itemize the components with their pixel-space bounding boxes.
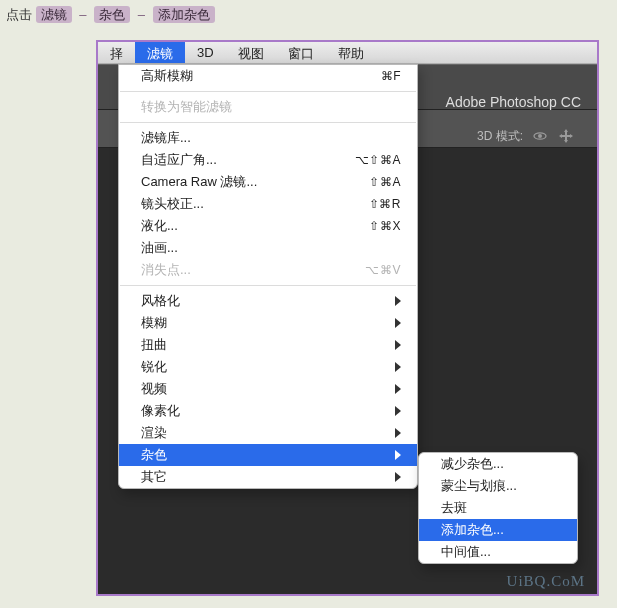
- menu-item-lens-correction[interactable]: 镜头校正...⇧⌘R: [119, 193, 417, 215]
- menubar-item-filter[interactable]: 滤镜: [135, 42, 185, 63]
- menubar-item[interactable]: 择: [98, 42, 135, 63]
- ps-app-title: Adobe Photoshop CC: [446, 94, 581, 110]
- menu-item-blur[interactable]: 模糊: [119, 312, 417, 334]
- chevron-right-icon: [395, 296, 401, 306]
- menubar-item-window[interactable]: 窗口: [276, 42, 326, 63]
- menu-item-render[interactable]: 渲染: [119, 422, 417, 444]
- instruction-line: 点击 滤镜 – 杂色 – 添加杂色: [6, 6, 215, 24]
- menu-item-sharpen[interactable]: 锐化: [119, 356, 417, 378]
- instruction-tag-2: 杂色: [94, 6, 130, 23]
- menu-item-stylize[interactable]: 风格化: [119, 290, 417, 312]
- chevron-right-icon: [395, 406, 401, 416]
- menu-item-noise[interactable]: 杂色: [119, 444, 417, 466]
- chevron-right-icon: [395, 318, 401, 328]
- menu-item-last-filter[interactable]: 高斯模糊⌘F: [119, 65, 417, 87]
- menu-item-dust-scratches[interactable]: 蒙尘与划痕...: [419, 475, 577, 497]
- menu-item-oil-paint[interactable]: 油画...: [119, 237, 417, 259]
- noise-submenu: 减少杂色... 蒙尘与划痕... 去斑 添加杂色... 中间值...: [418, 452, 578, 564]
- menubar-item-3d[interactable]: 3D: [185, 42, 226, 63]
- menu-item-camera-raw[interactable]: Camera Raw 滤镜...⇧⌘A: [119, 171, 417, 193]
- menu-item-smart-filter: 转换为智能滤镜: [119, 96, 417, 118]
- menu-item-pixelate[interactable]: 像素化: [119, 400, 417, 422]
- menu-item-filter-gallery[interactable]: 滤镜库...: [119, 127, 417, 149]
- menu-item-reduce-noise[interactable]: 减少杂色...: [419, 453, 577, 475]
- chevron-right-icon: [395, 362, 401, 372]
- menu-item-distort[interactable]: 扭曲: [119, 334, 417, 356]
- watermark: UiBQ.CoM: [507, 573, 585, 590]
- instruction-tag-1: 滤镜: [36, 6, 72, 23]
- menubar-item-help[interactable]: 帮助: [326, 42, 376, 63]
- ps-3d-mode: 3D 模式:: [477, 127, 575, 145]
- filter-menu: 高斯模糊⌘F 转换为智能滤镜 滤镜库... 自适应广角...⌥⇧⌘A Camer…: [118, 64, 418, 489]
- menu-item-video[interactable]: 视频: [119, 378, 417, 400]
- menu-item-liquify[interactable]: 液化...⇧⌘X: [119, 215, 417, 237]
- chevron-right-icon: [395, 472, 401, 482]
- chevron-right-icon: [395, 384, 401, 394]
- instruction-tag-3: 添加杂色: [153, 6, 215, 23]
- menu-item-median[interactable]: 中间值...: [419, 541, 577, 563]
- menu-item-add-noise[interactable]: 添加杂色...: [419, 519, 577, 541]
- menubar-item-view[interactable]: 视图: [226, 42, 276, 63]
- menu-item-other[interactable]: 其它: [119, 466, 417, 488]
- menu-item-vanishing-point: 消失点...⌥⌘V: [119, 259, 417, 281]
- pan-icon[interactable]: [557, 127, 575, 145]
- chevron-right-icon: [395, 428, 401, 438]
- menu-item-despeckle[interactable]: 去斑: [419, 497, 577, 519]
- svg-point-1: [538, 134, 542, 138]
- mac-menubar: 择 滤镜 3D 视图 窗口 帮助: [98, 42, 597, 64]
- screenshot-frame: 择 滤镜 3D 视图 窗口 帮助 Adobe Photoshop CC 3D 模…: [96, 40, 599, 596]
- menu-item-adaptive-wide[interactable]: 自适应广角...⌥⇧⌘A: [119, 149, 417, 171]
- chevron-right-icon: [395, 450, 401, 460]
- chevron-right-icon: [395, 340, 401, 350]
- orbit-icon[interactable]: [531, 127, 549, 145]
